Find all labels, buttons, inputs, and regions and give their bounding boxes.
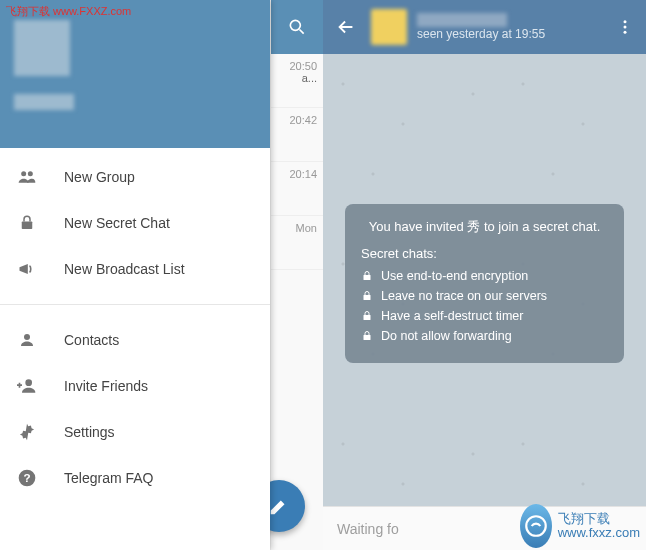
bullet-text: Have a self-destruct timer	[381, 309, 523, 323]
bullet-text: Do not allow forwarding	[381, 329, 512, 343]
svg-text:?: ?	[23, 471, 30, 484]
pencil-icon	[268, 495, 290, 517]
contact-status: seen yesterday at 19:55	[417, 27, 616, 41]
chat-time: 20:14	[277, 168, 317, 180]
chat-row[interactable]: 20:50 a...	[271, 54, 323, 108]
watermark-logo-icon	[520, 504, 552, 548]
menu-invite-friends[interactable]: Invite Friends	[0, 363, 270, 409]
secret-chat-info-card: You have invited 秀 to join a secret chat…	[345, 204, 624, 363]
menu-label: New Group	[64, 169, 135, 185]
bullet-text: Leave no trace on our servers	[381, 289, 547, 303]
info-bullet: Leave no trace on our servers	[361, 289, 608, 303]
menu-label: Invite Friends	[64, 378, 148, 394]
chat-row[interactable]: 20:42	[271, 108, 323, 162]
info-heading: Secret chats:	[361, 246, 608, 261]
svg-point-3	[28, 171, 33, 176]
chat-list-background: 20:50 a... 20:42 20:14 Mon	[270, 0, 323, 550]
navigation-drawer: New Group New Secret Chat New Broadcast …	[0, 0, 270, 550]
back-icon[interactable]	[335, 16, 357, 38]
chat-row[interactable]: Mon	[271, 216, 323, 270]
more-icon[interactable]	[616, 18, 634, 36]
svg-point-2	[21, 171, 26, 176]
search-icon	[287, 17, 307, 37]
menu-faq[interactable]: ? Telegram FAQ	[0, 455, 270, 501]
menu-label: Settings	[64, 424, 115, 440]
user-name	[14, 94, 74, 110]
svg-rect-16	[364, 335, 371, 340]
chat-body: You have invited 秀 to join a secret chat…	[323, 54, 646, 506]
drawer-header	[0, 0, 270, 148]
menu-label: New Broadcast List	[64, 261, 185, 277]
svg-point-17	[526, 516, 546, 536]
lock-icon	[361, 310, 373, 322]
drawer-menu-primary: New Group New Secret Chat New Broadcast …	[0, 148, 270, 298]
svg-rect-14	[364, 295, 371, 300]
svg-point-5	[24, 334, 30, 340]
watermark-top-left: 飞翔下载 www.FXXZ.com	[6, 4, 131, 19]
menu-label: New Secret Chat	[64, 215, 170, 231]
lock-icon	[361, 330, 373, 342]
bullet-text: Use end-to-end encryption	[381, 269, 528, 283]
lock-icon	[16, 212, 38, 234]
info-bullet: Have a self-destruct timer	[361, 309, 608, 323]
chat-time: 20:42	[277, 114, 317, 126]
search-bar[interactable]	[271, 0, 323, 54]
chat-time: Mon	[277, 222, 317, 234]
invite-message: You have invited 秀 to join a secret chat…	[361, 218, 608, 236]
chat-header: seen yesterday at 19:55	[323, 0, 646, 54]
lock-icon	[361, 290, 373, 302]
menu-new-broadcast[interactable]: New Broadcast List	[0, 246, 270, 292]
menu-new-group[interactable]: New Group	[0, 154, 270, 200]
person-icon	[16, 329, 38, 351]
chat-preview: a...	[302, 72, 317, 84]
info-bullet: Do not allow forwarding	[361, 329, 608, 343]
svg-line-1	[300, 30, 304, 34]
svg-rect-13	[364, 275, 371, 280]
watermark-text: 飞翔下载 www.fxxz.com	[558, 512, 640, 541]
user-avatar[interactable]	[14, 20, 70, 76]
svg-point-0	[290, 20, 300, 30]
svg-point-11	[624, 26, 627, 29]
svg-point-10	[624, 20, 627, 23]
menu-divider	[0, 304, 270, 305]
help-icon: ?	[16, 467, 38, 489]
lock-icon	[361, 270, 373, 282]
group-icon	[16, 166, 38, 188]
megaphone-icon	[16, 258, 38, 280]
menu-label: Contacts	[64, 332, 119, 348]
menu-label: Telegram FAQ	[64, 470, 153, 486]
contact-avatar[interactable]	[371, 9, 407, 45]
svg-point-6	[25, 379, 32, 386]
left-panel: 20:50 a... 20:42 20:14 Mon	[0, 0, 323, 550]
menu-contacts[interactable]: Contacts	[0, 317, 270, 363]
header-title-wrap: seen yesterday at 19:55	[417, 13, 616, 41]
contact-name	[417, 13, 507, 27]
info-bullet: Use end-to-end encryption	[361, 269, 608, 283]
gear-icon	[16, 421, 38, 443]
svg-rect-4	[22, 222, 33, 230]
svg-rect-15	[364, 315, 371, 320]
person-add-icon	[16, 375, 38, 397]
watermark-bottom-right: 飞翔下载 www.fxxz.com	[520, 506, 640, 546]
secret-chat-screen: seen yesterday at 19:55 You have invited…	[323, 0, 646, 550]
svg-point-12	[624, 31, 627, 34]
menu-settings[interactable]: Settings	[0, 409, 270, 455]
chat-row[interactable]: 20:14	[271, 162, 323, 216]
chat-time: 20:50	[277, 60, 317, 72]
drawer-menu-secondary: Contacts Invite Friends Settings	[0, 311, 270, 507]
input-placeholder: Waiting fo	[337, 521, 399, 537]
menu-new-secret-chat[interactable]: New Secret Chat	[0, 200, 270, 246]
